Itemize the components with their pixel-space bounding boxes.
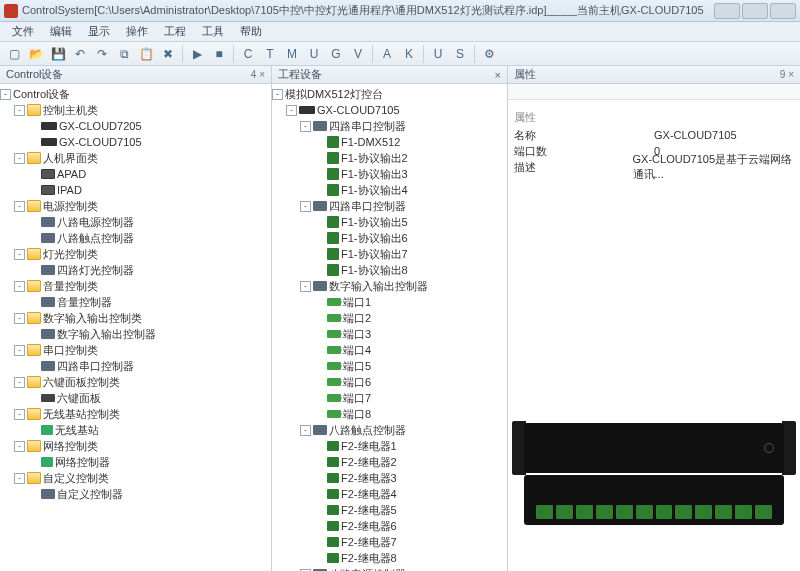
tree-toggle-icon[interactable]: - (300, 425, 311, 436)
tree-item-1-0[interactable]: APAD (0, 166, 271, 182)
menu-item-4[interactable]: 工程 (156, 22, 194, 41)
tree-citem-1-1[interactable]: F1-协议输出6 (272, 230, 507, 246)
tree-group-4[interactable]: -音量控制类 (0, 278, 271, 294)
menu-item-6[interactable]: 帮助 (232, 22, 270, 41)
toolbar-C[interactable]: C (238, 44, 258, 64)
tree-item-7-0[interactable]: 六键面板 (0, 390, 271, 406)
tree-citem-0-1[interactable]: F1-协议输出2 (272, 150, 507, 166)
tree-item-4-0[interactable]: 音量控制器 (0, 294, 271, 310)
tree-toggle-icon[interactable]: - (14, 281, 25, 292)
tree-project-devices[interactable]: -模拟DMX512灯控台-GX-CLOUD7105-四路串口控制器F1-DMX5… (272, 86, 507, 571)
tree-cgroup-0[interactable]: -四路串口控制器 (272, 118, 507, 134)
tree-control-devices[interactable]: -Control设备-控制主机类GX-CLOUD7205GX-CLOUD7105… (0, 86, 271, 502)
close-button[interactable] (770, 3, 796, 19)
tree-toggle-icon[interactable]: - (14, 313, 25, 324)
menu-item-5[interactable]: 工具 (194, 22, 232, 41)
toolbar-run[interactable]: ▶ (187, 44, 207, 64)
panel-body-center[interactable]: -模拟DMX512灯控台-GX-CLOUD7105-四路串口控制器F1-DMX5… (272, 84, 507, 571)
toolbar-save[interactable]: 💾 (48, 44, 68, 64)
property-row-0[interactable]: 名称GX-CLOUD7105 (514, 127, 794, 143)
toolbar-paste[interactable]: 📋 (136, 44, 156, 64)
tree-toggle-icon[interactable]: - (0, 89, 11, 100)
tree-toggle-icon[interactable]: - (14, 345, 25, 356)
tree-group-5[interactable]: -数字输入输出控制类 (0, 310, 271, 326)
tree-citem-0-2[interactable]: F1-协议输出3 (272, 166, 507, 182)
tree-group-6[interactable]: -串口控制类 (0, 342, 271, 358)
tree-toggle-icon[interactable]: - (14, 105, 25, 116)
tree-citem-3-2[interactable]: F2-继电器3 (272, 470, 507, 486)
toolbar-M[interactable]: M (282, 44, 302, 64)
toolbar-V[interactable]: V (348, 44, 368, 64)
tree-citem-3-0[interactable]: F2-继电器1 (272, 438, 507, 454)
tree-cgroup-3[interactable]: -八路触点控制器 (272, 422, 507, 438)
tree-citem-2-4[interactable]: 端口5 (272, 358, 507, 374)
tree-item-1-1[interactable]: IPAD (0, 182, 271, 198)
tree-cgroup-4[interactable]: +八路电源控制器 (272, 566, 507, 571)
menu-item-0[interactable]: 文件 (4, 22, 42, 41)
minimize-button[interactable] (714, 3, 740, 19)
tree-toggle-icon[interactable]: - (300, 121, 311, 132)
tree-toggle-icon[interactable]: - (14, 249, 25, 260)
tree-citem-0-3[interactable]: F1-协议输出4 (272, 182, 507, 198)
toolbar-redo[interactable]: ↷ (92, 44, 112, 64)
tree-citem-2-3[interactable]: 端口4 (272, 342, 507, 358)
tree-citem-1-2[interactable]: F1-协议输出7 (272, 246, 507, 262)
maximize-button[interactable] (742, 3, 768, 19)
tree-toggle-icon[interactable]: - (300, 281, 311, 292)
tree-citem-2-2[interactable]: 端口3 (272, 326, 507, 342)
tree-citem-3-5[interactable]: F2-继电器6 (272, 518, 507, 534)
tree-citem-0-0[interactable]: F1-DMX512 (272, 134, 507, 150)
tree-item-8-0[interactable]: 无线基站 (0, 422, 271, 438)
tree-item-6-0[interactable]: 四路串口控制器 (0, 358, 271, 374)
tree-group-10[interactable]: -自定义控制类 (0, 470, 271, 486)
tree-group-7[interactable]: -六键面板控制类 (0, 374, 271, 390)
tree-host[interactable]: -GX-CLOUD7105 (272, 102, 507, 118)
toolbar-undo[interactable]: ↶ (70, 44, 90, 64)
tree-item-3-0[interactable]: 四路灯光控制器 (0, 262, 271, 278)
tree-group-9[interactable]: -网络控制类 (0, 438, 271, 454)
menu-item-2[interactable]: 显示 (80, 22, 118, 41)
tree-citem-1-3[interactable]: F1-协议输出8 (272, 262, 507, 278)
toolbar-U[interactable]: U (304, 44, 324, 64)
toolbar-T[interactable]: T (260, 44, 280, 64)
menu-item-3[interactable]: 操作 (118, 22, 156, 41)
tree-toggle-icon[interactable]: - (14, 409, 25, 420)
tree-toggle-icon[interactable]: - (14, 153, 25, 164)
tree-item-2-1[interactable]: 八路触点控制器 (0, 230, 271, 246)
tree-citem-3-1[interactable]: F2-继电器2 (272, 454, 507, 470)
toolbar-copy[interactable]: ⧉ (114, 44, 134, 64)
tree-toggle-icon[interactable]: - (286, 105, 297, 116)
tree-toggle-icon[interactable]: - (14, 441, 25, 452)
tree-citem-2-7[interactable]: 端口8 (272, 406, 507, 422)
tree-cgroup-1[interactable]: -四路串口控制器 (272, 198, 507, 214)
tree-toggle-icon[interactable]: - (14, 377, 25, 388)
tree-root-left[interactable]: -Control设备 (0, 86, 271, 102)
toolbar-new[interactable]: ▢ (4, 44, 24, 64)
tree-citem-2-0[interactable]: 端口1 (272, 294, 507, 310)
tree-item-0-1[interactable]: GX-CLOUD7105 (0, 134, 271, 150)
tree-cgroup-2[interactable]: -数字输入输出控制器 (272, 278, 507, 294)
tree-group-3[interactable]: -灯光控制类 (0, 246, 271, 262)
tree-citem-3-3[interactable]: F2-继电器4 (272, 486, 507, 502)
panel-body-left[interactable]: -Control设备-控制主机类GX-CLOUD7205GX-CLOUD7105… (0, 84, 271, 571)
toolbar-cfg[interactable]: ⚙ (479, 44, 499, 64)
tree-citem-2-1[interactable]: 端口2 (272, 310, 507, 326)
panel-close-center[interactable]: × (495, 69, 501, 81)
toolbar-K[interactable]: K (399, 44, 419, 64)
tree-item-2-0[interactable]: 八路电源控制器 (0, 214, 271, 230)
toolbar-A[interactable]: A (377, 44, 397, 64)
tree-toggle-icon[interactable]: - (14, 201, 25, 212)
property-row-2[interactable]: 描述GX-CLOUD7105是基于云端网络通讯... (514, 159, 794, 175)
tree-item-0-0[interactable]: GX-CLOUD7205 (0, 118, 271, 134)
tree-item-5-0[interactable]: 数字输入输出控制器 (0, 326, 271, 342)
toolbar-open[interactable]: 📂 (26, 44, 46, 64)
tree-group-1[interactable]: -人机界面类 (0, 150, 271, 166)
tree-citem-2-6[interactable]: 端口7 (272, 390, 507, 406)
tree-toggle-icon[interactable]: - (272, 89, 283, 100)
tree-toggle-icon[interactable]: - (14, 473, 25, 484)
tree-citem-2-5[interactable]: 端口6 (272, 374, 507, 390)
tree-citem-3-4[interactable]: F2-继电器5 (272, 502, 507, 518)
tree-group-2[interactable]: -电源控制类 (0, 198, 271, 214)
menu-item-1[interactable]: 编辑 (42, 22, 80, 41)
toolbar-del[interactable]: ✖ (158, 44, 178, 64)
